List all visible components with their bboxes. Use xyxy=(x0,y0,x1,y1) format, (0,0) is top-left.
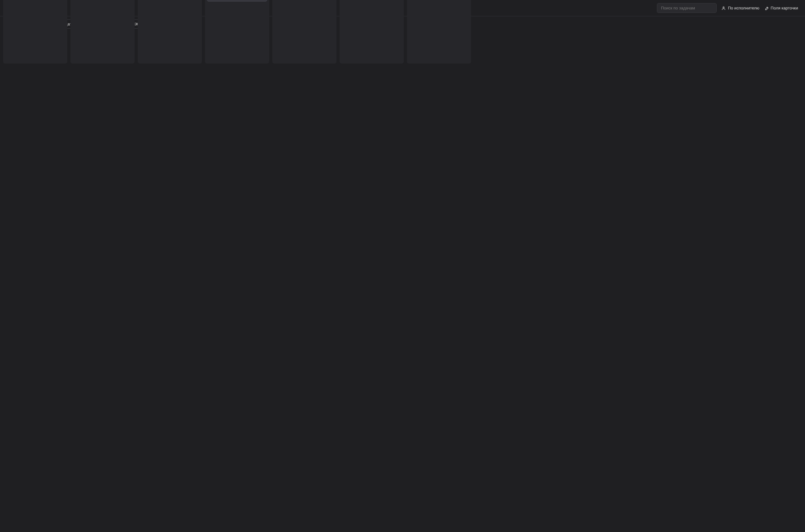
search-input[interactable] xyxy=(657,3,717,13)
by-assignee-label: По исполнителю xyxy=(728,6,760,11)
column-body-wrap xyxy=(71,0,135,63)
column-body xyxy=(138,0,202,63)
card-fields-button[interactable]: Поля карточки xyxy=(764,6,798,11)
column-body-wrap xyxy=(272,0,337,63)
column-body-wrap xyxy=(138,0,202,63)
column-body: Новый сайт спортплощадкиMARKETING-44spРа… xyxy=(407,0,471,63)
column-body xyxy=(272,0,337,63)
column-body xyxy=(340,0,404,63)
column-body: MARKETING-71spПубликации в СМИВ работе: … xyxy=(205,0,269,63)
svg-point-3 xyxy=(723,6,724,8)
column-body: MARKETI... -118spВстречи с ТимуромОткрыт… xyxy=(3,0,67,63)
column-body-wrap: MARKETI... -118spВстречи с ТимуромОткрыт… xyxy=(3,0,67,63)
column-body-wrap: MARKETING-71spПубликации в СМИВ работе: … xyxy=(205,0,269,63)
card-fields-label: Поля карточки xyxy=(771,6,798,11)
column-body-wrap xyxy=(340,0,404,63)
by-assignee-button[interactable]: По исполнителю xyxy=(721,6,760,11)
column-body xyxy=(71,0,135,63)
column-body-wrap: Новый сайт спортплощадкиMARKETING-44spРа… xyxy=(407,0,471,63)
issue-card[interactable]: MARKETI... -171spЯДиректВ работе: 2мес 3… xyxy=(207,0,267,2)
